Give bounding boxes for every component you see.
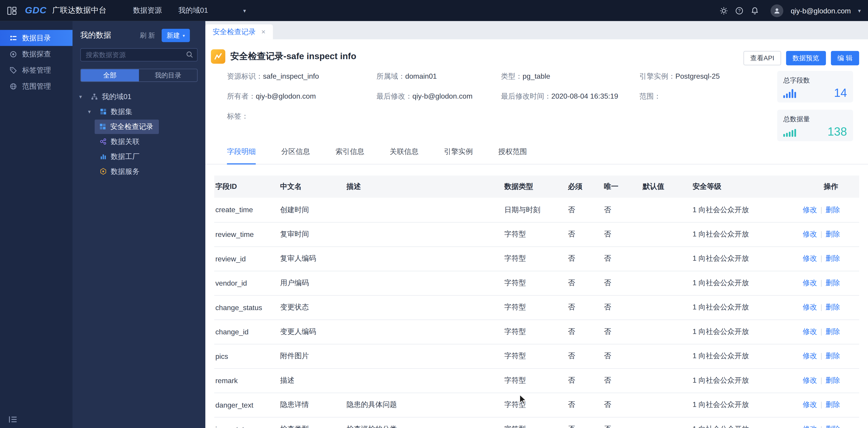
field-row-inspect_type: inspect_type检查类型检查巡检的分类字符型否否1 向社会公众开放 修改… (214, 417, 859, 428)
refresh-button[interactable]: 刷 新 (140, 31, 155, 40)
app-title: 广联达数据中台 (52, 5, 106, 16)
mini-bar-chart-icon (783, 129, 796, 137)
delete-link[interactable]: 删除 (826, 279, 840, 287)
delete-link[interactable]: 删除 (826, 425, 840, 428)
sidebar-item-label: 数据目录 (22, 33, 51, 43)
detail-tab-4[interactable]: 引擎实例 (444, 147, 473, 164)
sidebar-item-tag-manage[interactable]: 标签管理 (0, 62, 72, 78)
caret-down-icon[interactable]: ▾ (88, 109, 95, 115)
delete-link[interactable]: 删除 (826, 376, 840, 385)
app-root: GDC 广联达数据中台 数据资源 我的域01 ▾ ? qiy-b@glodon.… (0, 0, 868, 428)
delete-link[interactable]: 删除 (826, 400, 840, 409)
caret-down-icon[interactable]: ▾ (79, 94, 86, 100)
field-table-body: create_time创建时间日期与时刻否否1 向社会公众开放 修改|删除 re… (214, 198, 859, 428)
sidebar-item-data-catalog[interactable]: 数据目录 (0, 30, 72, 46)
delete-link[interactable]: 删除 (826, 205, 840, 214)
edit-link[interactable]: 修改 (803, 303, 817, 311)
settings-gear-icon[interactable] (720, 6, 728, 15)
delete-link[interactable]: 删除 (826, 327, 840, 336)
tree-node-data-factory[interactable]: 数据工厂 (72, 149, 205, 164)
document-tabstrip: 安全检查记录 × (205, 21, 868, 39)
sidebar-nav: 数据目录 数据探查 标签管理 范围管理 (0, 21, 72, 94)
column-header: 字段ID (214, 176, 280, 198)
meta-resource-id: 资源标识：safe_inspect_info (227, 71, 376, 81)
detail-tab-2[interactable]: 索引信息 (335, 147, 364, 164)
search-icon[interactable] (186, 51, 193, 58)
column-header: 安全等级 (692, 176, 803, 198)
field-table-head: 字段ID中文名描述数据类型必须唯一默认值安全等级操作 (214, 176, 859, 198)
sidebar-item-data-explore[interactable]: 数据探查 (0, 46, 72, 62)
column-header: 默认值 (643, 176, 692, 198)
tree-node-label: 我的域01 (102, 92, 131, 101)
edit-link[interactable]: 修改 (803, 400, 817, 409)
tree-node-label: 数据集 (111, 106, 132, 117)
collapse-sidebar-icon[interactable] (9, 416, 17, 423)
layout-menu-icon[interactable] (7, 6, 17, 15)
user-avatar[interactable] (771, 4, 783, 17)
data-preview-button[interactable]: 数据预览 (786, 51, 826, 65)
caret-down-icon: ▾ (243, 7, 246, 13)
detail-tab-5[interactable]: 授权范围 (498, 147, 527, 164)
edit-link[interactable]: 修改 (803, 254, 817, 263)
tree-node-my-domain-01[interactable]: ▾ 我的域01 (72, 89, 205, 104)
search-box (80, 48, 197, 62)
tree-node-data-service[interactable]: 数据服务 (72, 164, 205, 179)
detail-tab-0[interactable]: 字段明细 (227, 147, 256, 164)
field-row-remark: remark描述字符型否否1 向社会公众开放 修改|删除 (214, 368, 859, 392)
field-row-danger_text: danger_text隐患详情隐患的具体问题字符型否否1 向社会公众开放 修改|… (214, 393, 859, 417)
menu-data-resource[interactable]: 数据资源 (133, 5, 162, 16)
view-api-button[interactable]: 查看API (744, 51, 781, 65)
user-email[interactable]: qiy-b@glodon.com (791, 6, 851, 15)
edit-link[interactable]: 修改 (803, 327, 817, 336)
delete-link[interactable]: 删除 (826, 303, 840, 311)
close-tab-icon[interactable]: × (261, 28, 266, 36)
edit-link[interactable]: 修改 (803, 351, 817, 360)
edit-button[interactable]: 编 辑 (831, 51, 859, 65)
tree-node-safe-record[interactable]: 安全检查记录 (72, 119, 205, 134)
scope-icon (9, 82, 17, 90)
new-button[interactable]: 新建 ▾ (162, 29, 190, 42)
tree-node-label: 数据工厂 (111, 151, 140, 161)
domain-select[interactable]: 我的域01 ▾ (178, 5, 246, 16)
tree-node-label: 数据关联 (111, 136, 140, 147)
edit-link[interactable]: 修改 (803, 205, 817, 214)
tab-my-catalog[interactable]: 我的目录 (139, 69, 197, 81)
doc-tab-safe-record[interactable]: 安全检查记录 × (205, 24, 273, 39)
tag-icon (9, 66, 17, 74)
tree-node-dataset[interactable]: ▾ 数据集 (72, 104, 205, 119)
content-card: 安全检查记录-safe inspect info 查看API 数据预览 编 辑 … (205, 39, 868, 428)
detail-tab-3[interactable]: 关联信息 (390, 147, 418, 164)
resource-panel: 我的数据 刷 新 新建 ▾ 全部 我的目录 ▾ 我的域01 ▾ (72, 21, 205, 428)
meta-grid: 资源标识：safe_inspect_info 所属域：domain01 类型：p… (227, 71, 775, 121)
bars-icon (100, 153, 107, 160)
search-input[interactable] (80, 48, 197, 62)
edit-link[interactable]: 修改 (803, 376, 817, 385)
column-header: 操作 (803, 176, 859, 198)
field-table-wrap: 字段ID中文名描述数据类型必须唯一默认值安全等级操作 create_time创建… (214, 176, 859, 428)
main-area: 安全检查记录 × 安全检查记录-safe inspect info 查看API … (205, 21, 868, 428)
tab-all[interactable]: 全部 (81, 69, 139, 81)
delete-link[interactable]: 删除 (826, 254, 840, 263)
caret-down-icon: ▾ (183, 33, 185, 38)
edit-link[interactable]: 修改 (803, 425, 817, 428)
gdc-logo: GDC (25, 5, 47, 16)
delete-link[interactable]: 删除 (826, 230, 840, 238)
stat-card-total-rows: 总数据量 138 (777, 110, 853, 141)
edit-link[interactable]: 修改 (803, 279, 817, 287)
sidebar: 数据目录 数据探查 标签管理 范围管理 (0, 21, 72, 428)
notification-bell-icon[interactable] (751, 6, 759, 15)
field-row-create_time: create_time创建时间日期与时刻否否1 向社会公众开放 修改|删除 (214, 198, 859, 222)
service-icon (100, 168, 107, 175)
catalog-icon (9, 34, 17, 42)
resource-type-icon (211, 49, 225, 64)
sidebar-item-scope-manage[interactable]: 范围管理 (0, 78, 72, 94)
column-header: 中文名 (280, 176, 346, 198)
delete-link[interactable]: 删除 (826, 351, 840, 360)
tree-node-data-link[interactable]: 数据关联 (72, 134, 205, 149)
svg-text:?: ? (738, 8, 741, 13)
detail-tab-1[interactable]: 分区信息 (281, 147, 310, 164)
resource-tree: ▾ 我的域01 ▾ 数据集 安全检查记录 数据关联 数据工厂 (72, 89, 205, 179)
edit-link[interactable]: 修改 (803, 230, 817, 238)
help-icon[interactable]: ? (736, 6, 744, 15)
caret-down-icon[interactable]: ▾ (858, 7, 861, 13)
